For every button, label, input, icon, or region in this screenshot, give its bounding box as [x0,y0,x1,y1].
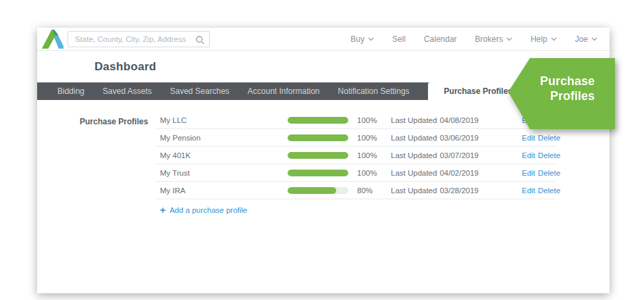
callout-text: Purchase Profiles [506,58,615,104]
chevron-down-icon [591,37,597,41]
progress-bar [288,134,348,141]
profile-name: My IRA [155,186,288,195]
progress-percent: 100% [348,134,391,142]
progress-bar [288,170,348,176]
top-navbar: Buy Sell Calendar Brokers Help Joe [37,28,610,51]
edit-link[interactable]: Edit [522,169,535,177]
delete-link[interactable]: Delete [538,151,560,159]
profile-name: My Trust [155,169,288,177]
section-label: Purchase Profiles [80,117,148,126]
delete-link[interactable]: Delete [538,186,560,195]
chevron-down-icon [368,37,374,41]
last-updated: Last Updated04/08/2019 [391,116,519,124]
edit-link[interactable]: Edit [522,186,535,195]
search-box [68,31,210,47]
nav-sell[interactable]: Sell [392,34,406,44]
delete-link[interactable]: Delete [538,169,560,177]
delete-link[interactable]: Delete [538,134,560,142]
row-actions: EditDelete [519,134,561,142]
nav-calendar[interactable]: Calendar [424,34,457,44]
edit-link[interactable]: Edit [522,151,535,159]
last-updated: Last Updated03/28/2019 [391,186,519,195]
primary-nav: Buy Sell Calendar Brokers Help Joe [350,28,597,51]
tab-bidding[interactable]: Bidding [57,82,84,100]
nav-brokers[interactable]: Brokers [475,34,512,44]
progress-bar [288,152,348,159]
table-row: My Trust 100% Last Updated04/02/2019 Edi… [155,164,556,182]
add-row: + Add a purchase profile [155,199,556,215]
table-row: My 401K 100% Last Updated03/07/2019 Edit… [155,147,556,164]
tab-account-information[interactable]: Account Information [248,82,320,100]
nav-user-menu[interactable]: Joe [575,34,597,44]
progress-percent: 100% [348,116,391,124]
last-updated: Last Updated03/06/2019 [391,134,519,142]
search-input[interactable] [68,32,209,47]
purchase-profiles-callout: Purchase Profiles [506,58,615,129]
progress-percent: 100% [348,151,391,159]
search-icon[interactable] [196,35,205,44]
tab-saved-searches[interactable]: Saved Searches [170,82,230,100]
plus-icon: + [160,205,165,215]
last-updated: Last Updated04/02/2019 [391,169,519,177]
table-row: My LLC 100% Last Updated04/08/2019 EditD… [155,111,556,129]
table-row: My Pension 100% Last Updated03/06/2019 E… [155,129,556,147]
progress-bar [288,187,348,194]
table-row: My IRA 80% Last Updated03/28/2019 EditDe… [155,182,556,199]
tab-saved-assets[interactable]: Saved Assets [103,82,152,100]
callout-arrow-shape: Purchase Profiles [506,58,615,129]
edit-link[interactable]: Edit [522,134,535,142]
page-title: Dashboard [95,60,157,74]
add-link-label: Add a purchase profile [169,206,247,214]
nav-buy[interactable]: Buy [350,34,374,44]
brand-logo-icon[interactable] [41,30,64,49]
purchase-profiles-table: My LLC 100% Last Updated04/08/2019 EditD… [155,111,556,215]
profile-name: My Pension [155,134,288,142]
row-actions: EditDelete [519,186,561,195]
profile-name: My 401K [155,151,288,159]
chevron-down-icon [551,37,557,41]
progress-percent: 80% [348,186,391,195]
row-actions: EditDelete [519,151,561,159]
row-actions: EditDelete [519,169,561,177]
profile-name: My LLC [155,116,288,124]
chevron-down-icon [506,37,512,41]
tab-notification-settings[interactable]: Notification Settings [338,82,410,100]
progress-percent: 100% [348,169,391,177]
nav-help[interactable]: Help [531,34,557,44]
add-purchase-profile-link[interactable]: + Add a purchase profile [160,205,247,215]
progress-bar [288,117,348,124]
last-updated: Last Updated03/07/2019 [391,151,519,159]
